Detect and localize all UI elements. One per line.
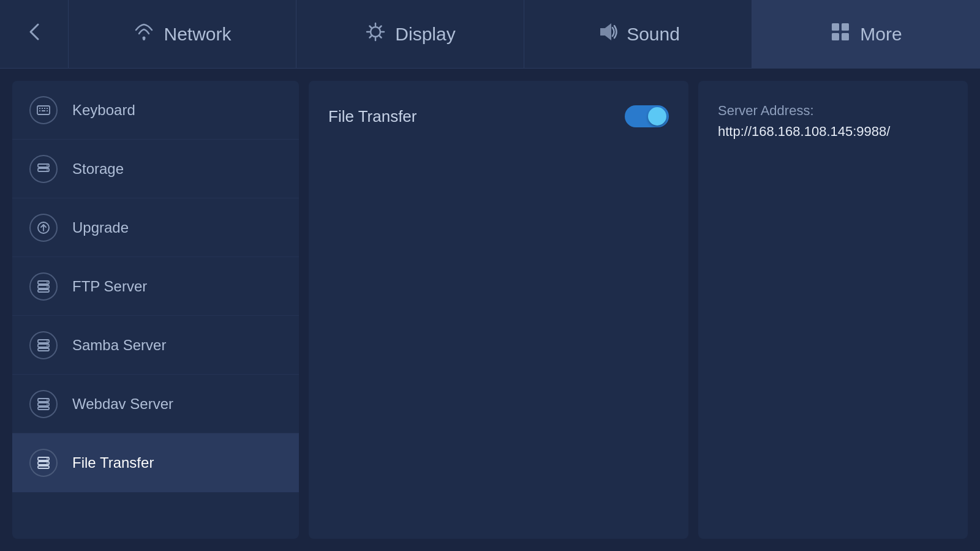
keyboard-label: Keyboard	[72, 102, 135, 119]
webdav-server-icon	[29, 390, 58, 418]
sidebar-item-samba-server[interactable]: Samba Server	[12, 316, 299, 375]
nav-network[interactable]: Network	[69, 0, 296, 68]
file-transfer-row: File Transfer	[328, 99, 669, 133]
svg-line-8	[380, 26, 382, 28]
svg-rect-17	[44, 108, 45, 109]
svg-rect-11	[842, 23, 849, 31]
nav-display-label: Display	[395, 24, 455, 45]
file-transfer-toggle[interactable]	[625, 105, 669, 127]
svg-point-24	[47, 165, 48, 166]
nav-sound[interactable]: Sound	[524, 0, 752, 68]
middle-panel: File Transfer	[309, 81, 688, 539]
file-transfer-icon	[29, 449, 58, 477]
sidebar-item-upgrade[interactable]: Upgrade	[12, 198, 299, 257]
toggle-knob	[648, 107, 666, 126]
svg-rect-19	[39, 110, 40, 111]
nav-more-label: More	[860, 24, 902, 45]
wifi-icon	[133, 21, 155, 48]
svg-rect-12	[832, 33, 839, 40]
svg-point-36	[47, 345, 48, 346]
nav-sound-label: Sound	[627, 24, 680, 45]
storage-icon	[29, 155, 58, 183]
upgrade-label: Upgrade	[72, 219, 129, 236]
svg-rect-39	[38, 407, 49, 410]
svg-line-9	[370, 36, 372, 37]
top-navigation: Network Display Sound	[0, 0, 980, 69]
svg-point-40	[47, 399, 48, 400]
svg-line-6	[370, 26, 372, 28]
svg-rect-44	[38, 466, 49, 468]
file-transfer-label: File Transfer	[72, 454, 154, 471]
sidebar-item-file-transfer[interactable]: File Transfer	[12, 433, 299, 492]
svg-point-45	[47, 459, 48, 460]
svg-point-30	[47, 282, 48, 283]
svg-rect-15	[39, 108, 40, 109]
svg-rect-34	[38, 348, 49, 351]
server-address-url: http://168.168.108.145:9988/	[718, 124, 948, 140]
samba-server-icon	[29, 331, 58, 359]
sidebar-item-webdav-server[interactable]: Webdav Server	[12, 375, 299, 433]
svg-point-46	[47, 463, 48, 464]
storage-label: Storage	[72, 160, 124, 178]
webdav-server-label: Webdav Server	[72, 395, 173, 413]
main-content: Keyboard Storage Upgrade	[0, 69, 980, 551]
svg-rect-10	[832, 23, 839, 31]
svg-point-25	[47, 169, 48, 170]
ftp-server-icon	[29, 272, 58, 301]
file-transfer-setting-label: File Transfer	[328, 107, 417, 126]
svg-rect-20	[42, 110, 45, 111]
right-panel: Server Address: http://168.168.108.145:9…	[698, 81, 968, 539]
nav-more[interactable]: More	[752, 0, 980, 68]
svg-point-0	[143, 36, 146, 39]
left-panel: Keyboard Storage Upgrade	[12, 81, 299, 539]
nav-display[interactable]: Display	[296, 0, 524, 68]
svg-rect-29	[38, 290, 49, 292]
svg-rect-21	[47, 110, 48, 111]
back-button[interactable]	[0, 0, 69, 68]
back-icon	[23, 21, 45, 48]
sidebar-item-ftp-server[interactable]: FTP Server	[12, 257, 299, 316]
keyboard-icon	[29, 96, 58, 124]
server-address-label: Server Address:	[718, 103, 948, 119]
svg-point-1	[371, 27, 380, 37]
ftp-server-label: FTP Server	[72, 278, 147, 295]
display-icon	[364, 21, 386, 48]
sound-icon	[596, 21, 618, 48]
svg-rect-18	[47, 108, 48, 109]
upgrade-icon	[29, 214, 58, 242]
sidebar-item-storage[interactable]: Storage	[12, 140, 299, 198]
svg-point-35	[47, 340, 48, 342]
samba-server-label: Samba Server	[72, 337, 166, 354]
svg-line-7	[380, 36, 382, 37]
sidebar-item-keyboard[interactable]: Keyboard	[12, 81, 299, 140]
nav-network-label: Network	[164, 24, 231, 45]
svg-point-31	[47, 286, 48, 287]
more-icon	[829, 21, 851, 48]
svg-rect-13	[842, 33, 849, 40]
svg-rect-16	[42, 108, 43, 109]
svg-point-41	[47, 403, 48, 405]
